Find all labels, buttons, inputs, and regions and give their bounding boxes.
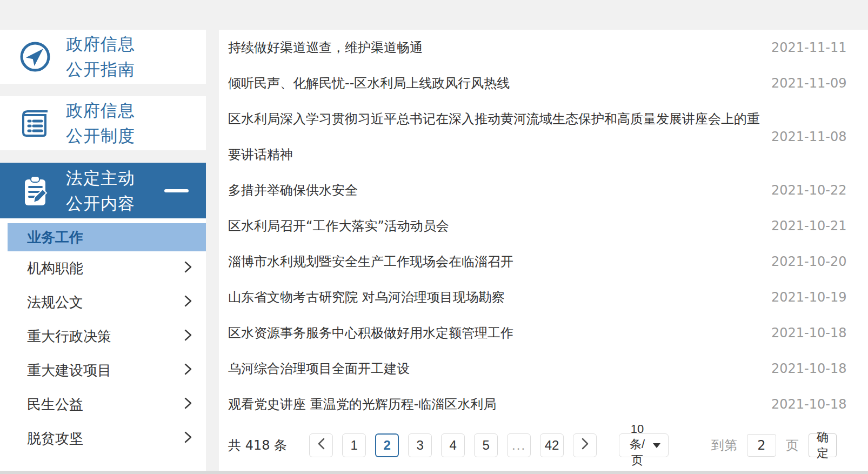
sidebar-item-guide[interactable]: 政府信息公开指南 (0, 30, 206, 84)
page-button-1[interactable]: 1 (342, 433, 366, 457)
news-date: 2021-10-18 (771, 325, 846, 341)
clipboard-pencil-icon (18, 173, 52, 208)
news-list-panel: 持续做好渠道巡查，维护渠道畅通 2021-11-11 倾听民声、化解民忧--区水… (219, 30, 868, 471)
news-row: 区水资源事务服务中心积极做好用水定额管理工作 2021-10-18 (228, 315, 837, 351)
pagination-bar: 共 418 条 1 2 3 4 5 ... 42 10 条/页 到第 页 确定 (228, 433, 837, 457)
book-list-icon (18, 106, 52, 141)
news-title-link[interactable]: 持续做好渠道巡查，维护渠道畅通 (228, 30, 771, 65)
footer-strip (0, 471, 868, 474)
next-page-button[interactable] (573, 433, 597, 457)
page-size-select[interactable]: 10 条/页 (619, 433, 669, 457)
prev-page-button[interactable] (309, 433, 333, 457)
page-button-2-active[interactable]: 2 (375, 433, 399, 457)
page-size-label: 10 条/页 (627, 422, 647, 469)
sidebar-item-label: 政府信息公开指南 (66, 31, 135, 82)
chevron-right-icon (184, 261, 192, 277)
page: { "colors": { "accent": "#2e6da4", "subm… (0, 0, 868, 474)
sidebar: 政府信息公开指南 政府信息公开制度 (0, 30, 206, 471)
jump-prefix-label: 到第 (711, 437, 737, 454)
news-date: 2021-11-11 (771, 40, 846, 55)
news-row: 区水利局深入学习贯彻习近平总书记在深入推动黄河流域生态保护和高质量发展讲座会上的… (228, 101, 837, 172)
submenu-item-label: 业务工作 (27, 228, 83, 247)
news-date: 2021-11-09 (771, 76, 846, 91)
submenu-item-major-projects[interactable]: 重大建设项目 (0, 353, 206, 388)
news-title-link[interactable]: 区水利局召开“工作大落实”活动动员会 (228, 208, 771, 244)
news-row: 持续做好渠道巡查，维护渠道畅通 2021-11-11 (228, 30, 837, 65)
submenu-item-regulations[interactable]: 法规公文 (0, 285, 206, 319)
pagination-total-count: 共 418 条 (228, 437, 287, 454)
page-button-3[interactable]: 3 (408, 433, 432, 457)
news-row: 倾听民声、化解民忧--区水利局上线政风行风热线 2021-11-09 (228, 65, 837, 101)
news-date: 2021-10-18 (771, 397, 846, 412)
news-row: 山东省文物考古研究院 对乌河治理项目现场勘察 2021-10-19 (228, 279, 837, 315)
jump-page-input[interactable] (747, 434, 776, 457)
page-ellipsis-button[interactable]: ... (507, 433, 531, 457)
page-button-42[interactable]: 42 (540, 433, 564, 457)
submenu-item-label: 法规公文 (27, 293, 83, 312)
page-button-4[interactable]: 4 (441, 433, 465, 457)
submenu-item-business-work[interactable]: 业务工作 (8, 223, 206, 251)
submenu-item-label: 脱贫攻坚 (27, 429, 83, 448)
submenu-item-label: 机构职能 (27, 259, 83, 278)
submenu-item-label: 重大建设项目 (27, 361, 111, 380)
news-date: 2021-10-19 (771, 290, 846, 305)
submenu-item-label: 重大行政决策 (27, 327, 111, 346)
chevron-right-icon (184, 397, 192, 413)
news-title-link[interactable]: 区水利局深入学习贯彻习近平总书记在深入推动黄河流域生态保护和高质量发展讲座会上的… (228, 101, 771, 172)
chevron-left-icon (318, 438, 325, 453)
submenu-item-livelihood[interactable]: 民生公益 (0, 388, 206, 422)
news-title-link[interactable]: 山东省文物考古研究院 对乌河治理项目现场勘察 (228, 279, 771, 315)
news-date: 2021-10-21 (771, 218, 846, 233)
submenu-item-label: 民生公益 (27, 395, 83, 414)
news-title-link[interactable]: 淄博市水利规划暨安全生产工作现场会在临淄召开 (228, 244, 771, 279)
news-date: 2021-10-18 (771, 361, 846, 376)
chevron-right-icon (184, 295, 192, 311)
compass-icon (18, 39, 52, 74)
sidebar-item-label: 法定主动公开内容 (66, 165, 135, 216)
news-title-link[interactable]: 区水资源事务服务中心积极做好用水定额管理工作 (228, 315, 771, 351)
confirm-button[interactable]: 确定 (809, 433, 837, 457)
submenu-item-major-decisions[interactable]: 重大行政决策 (0, 319, 206, 353)
news-title-link[interactable]: 多措并举确保供水安全 (228, 172, 771, 208)
news-row: 多措并举确保供水安全 2021-10-22 (228, 172, 837, 208)
news-row: 观看党史讲座 重温党的光辉历程-临淄区水利局 2021-10-18 (228, 386, 837, 422)
collapse-minus-icon (164, 189, 189, 192)
news-row: 乌河综合治理项目全面开工建设 2021-10-18 (228, 351, 837, 386)
jump-suffix-label: 页 (786, 437, 799, 454)
caret-down-icon (653, 443, 660, 448)
chevron-right-icon (184, 431, 192, 447)
news-row: 淄博市水利规划暨安全生产工作现场会在临淄召开 2021-10-20 (228, 244, 837, 279)
sidebar-item-system[interactable]: 政府信息公开制度 (0, 96, 206, 150)
chevron-right-icon (184, 363, 192, 379)
submenu-item-poverty-alleviation[interactable]: 脱贫攻坚 (0, 422, 206, 456)
chevron-right-icon (582, 438, 589, 453)
news-date: 2021-10-22 (771, 183, 846, 198)
news-row: 区水利局召开“工作大落实”活动动员会 2021-10-21 (228, 208, 837, 244)
news-date: 2021-10-20 (771, 254, 846, 269)
news-title-link[interactable]: 观看党史讲座 重温党的光辉历程-临淄区水利局 (228, 386, 771, 422)
page-button-5[interactable]: 5 (474, 433, 498, 457)
page-jump-group: 到第 页 确定 (711, 433, 837, 457)
submenu-item-org-functions[interactable]: 机构职能 (0, 251, 206, 285)
news-title-link[interactable]: 倾听民声、化解民忧--区水利局上线政风行风热线 (228, 65, 771, 101)
news-date: 2021-11-08 (771, 129, 846, 144)
news-title-link[interactable]: 乌河综合治理项目全面开工建设 (228, 351, 771, 386)
sidebar-item-mandatory-disclosure[interactable]: 法定主动公开内容 (0, 163, 206, 218)
sidebar-submenu: 业务工作 机构职能 法规公文 重大行政决策 重大建设项目 (0, 218, 206, 471)
chevron-right-icon (184, 329, 192, 345)
sidebar-item-label: 政府信息公开制度 (66, 98, 135, 149)
